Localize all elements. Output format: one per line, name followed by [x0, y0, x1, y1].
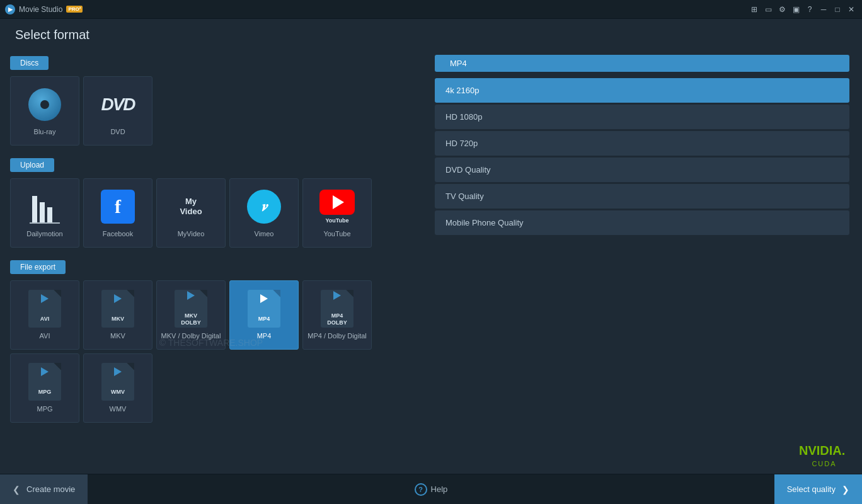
app-name: Movie Studio — [19, 5, 62, 14]
window-btn[interactable]: ▭ — [762, 4, 774, 15]
myvideo-icon-area: MyVideo — [172, 188, 210, 226]
title-bar-right: ⊞ ▭ ⚙ ▣ ? ─ □ ✕ — [749, 4, 857, 15]
chevron-right-icon: ❯ — [842, 484, 849, 495]
avi-icon-area: AVI — [26, 290, 64, 328]
monitor-btn[interactable]: ▣ — [790, 4, 802, 15]
youtube-label: YouTube — [323, 229, 350, 238]
mpg-label: MPG — [37, 404, 52, 413]
myvideo-label: MyVideo — [178, 229, 205, 238]
nvidia-logo-svg: NVIDIA. — [799, 441, 849, 460]
facebook-icon: f — [101, 190, 135, 224]
mp4-dolby-label: MP4 / Dolby Digital — [307, 331, 367, 340]
mp4-icon-area: MP4 — [245, 290, 283, 328]
pro-badge: PRO² — [66, 6, 83, 13]
title-bar: ▶ Movie Studio PRO² ⊞ ▭ ⚙ ▣ ? ─ □ ✕ — [0, 0, 862, 19]
format-item-youtube[interactable]: YouTube YouTube — [302, 178, 372, 248]
svg-rect-0 — [32, 196, 37, 224]
vimeo-icon: 𝒗 — [247, 190, 281, 224]
format-item-vimeo[interactable]: 𝒗 Vimeo — [229, 178, 299, 248]
quality-item-tv[interactable]: TV Quality — [435, 184, 849, 209]
bluray-icon — [28, 88, 61, 121]
mpg-icon-area: MPG — [26, 363, 64, 401]
quality-item-hd720[interactable]: HD 720p — [435, 131, 849, 156]
dailymotion-icon — [30, 190, 60, 224]
format-item-mkv-dolby[interactable]: MKVDOLBY MKV / Dolby Digital — [156, 280, 226, 350]
mkv-icon-area: MKV — [99, 290, 137, 328]
format-item-avi[interactable]: AVI AVI — [10, 280, 79, 350]
mpg-file-icon: MPG — [28, 363, 61, 401]
settings-btn[interactable]: ⚙ — [776, 4, 788, 15]
nvidia-logo: NVIDIA. CUDA — [799, 441, 849, 467]
format-item-mp4[interactable]: MP4 MP4 — [229, 280, 299, 350]
youtube-play-wrap — [319, 190, 355, 215]
mp4-label: MP4 — [257, 331, 272, 340]
bluray-label: Blu-ray — [34, 127, 56, 136]
vimeo-label: Vimeo — [255, 229, 274, 238]
myvideo-icon: MyVideo — [180, 197, 202, 216]
upload-section-header: Upload — [10, 158, 54, 172]
help-button[interactable]: ? Help — [407, 483, 456, 496]
quality-item-dvd[interactable]: DVD Quality — [435, 158, 849, 182]
minimize-btn[interactable]: ─ — [818, 4, 829, 15]
discs-grid: Blu-ray DVD DVD — [10, 76, 412, 146]
mkv-file-icon: MKV — [101, 290, 134, 328]
mkv-dolby-file-icon: MKVDOLBY — [175, 290, 207, 328]
mp4-file-icon: MP4 — [248, 290, 280, 328]
dvd-label: DVD — [110, 127, 125, 136]
nvidia-area: NVIDIA. CUDA — [435, 428, 849, 467]
mkv-label: MKV — [110, 331, 125, 340]
wmv-file-icon: WMV — [101, 363, 134, 401]
bottom-bar: ❮ Create movie ? Help Select quality ❯ — [0, 474, 862, 504]
help-label: Help — [431, 484, 448, 494]
select-quality-label: Select quality — [787, 484, 836, 494]
quality-list: 4k 2160p HD 1080p HD 720p DVD Quality TV… — [435, 78, 849, 235]
bluray-icon-area — [26, 86, 64, 123]
quality-item-4k[interactable]: 4k 2160p — [435, 78, 849, 103]
mkv-dolby-label: MKV / Dolby Digital — [161, 331, 221, 340]
format-item-wmv[interactable]: WMV WMV — [83, 353, 152, 423]
mkv-dolby-icon-area: MKVDOLBY — [172, 290, 210, 328]
dvd-icon: DVD — [101, 94, 134, 115]
youtube-icon-area: YouTube — [318, 188, 356, 226]
youtube-play-triangle — [333, 195, 344, 209]
avi-label: AVI — [40, 331, 50, 340]
create-movie-button[interactable]: ❮ Create movie — [0, 474, 88, 504]
format-item-facebook[interactable]: f Facebook — [83, 178, 152, 248]
maximize-btn[interactable]: □ — [832, 4, 843, 15]
file-export-section-header: File export — [10, 260, 66, 274]
avi-file-icon: AVI — [28, 290, 61, 328]
content-area: Discs Blu-ray DVD DVD Upload — [0, 49, 862, 474]
quality-item-mobile[interactable]: Mobile Phone Quality — [435, 210, 849, 235]
help-title-btn[interactable]: ? — [804, 4, 815, 15]
format-item-mpg[interactable]: MPG MPG — [10, 353, 79, 423]
create-movie-label: Create movie — [26, 484, 75, 494]
format-item-myvideo[interactable]: MyVideo MyVideo — [156, 178, 226, 248]
cuda-text: CUDA — [812, 460, 836, 467]
quality-item-hd1080[interactable]: HD 1080p — [435, 105, 849, 129]
format-tab[interactable]: MP4 — [435, 55, 849, 72]
discs-section-header: Discs — [10, 56, 49, 70]
close-btn[interactable]: ✕ — [846, 4, 857, 15]
format-item-mp4-dolby[interactable]: MP4DOLBY MP4 / Dolby Digital — [302, 280, 372, 350]
right-panel: MP4 4k 2160p HD 1080p HD 720p DVD Qualit… — [422, 49, 862, 474]
youtube-text: YouTube — [325, 217, 348, 224]
svg-rect-2 — [47, 207, 52, 224]
app-icon: ▶ — [5, 4, 15, 14]
gallery-btn[interactable]: ⊞ — [749, 4, 760, 15]
dailymotion-icon-area — [26, 188, 64, 226]
format-item-mkv[interactable]: MKV MKV — [83, 280, 152, 350]
title-bar-left: ▶ Movie Studio PRO² — [5, 4, 83, 14]
main-container: Select format Discs Blu-ray DVD DVD — [0, 19, 862, 504]
format-item-bluray[interactable]: Blu-ray — [10, 76, 79, 146]
format-item-dvd[interactable]: DVD DVD — [83, 76, 152, 146]
dvd-icon-area: DVD — [99, 86, 137, 123]
format-item-dailymotion[interactable]: Dailymotion — [10, 178, 79, 248]
page-title: Select format — [0, 19, 862, 49]
select-quality-button[interactable]: Select quality ❯ — [774, 474, 862, 504]
chevron-left-icon: ❮ — [13, 484, 20, 495]
svg-rect-3 — [30, 222, 60, 224]
file-export-grid: AVI AVI MKV MKV — [10, 280, 412, 423]
vimeo-icon-area: 𝒗 — [245, 188, 283, 226]
help-circle-icon: ? — [415, 483, 427, 496]
svg-rect-1 — [40, 202, 45, 224]
